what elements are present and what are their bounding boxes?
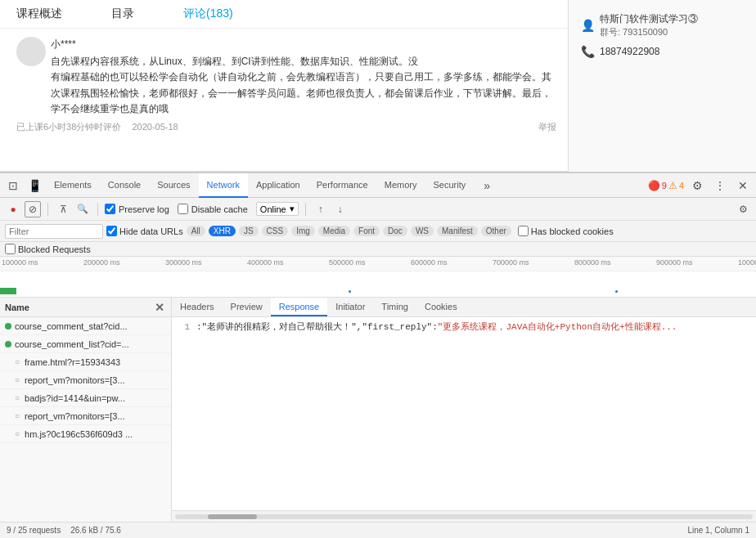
disable-cache-label[interactable]: Disable cache [178, 204, 248, 214]
item-icon-1 [5, 341, 11, 347]
request-count: 9 / 25 requests [7, 526, 61, 535]
filter-all[interactable]: All [187, 226, 205, 236]
tick-9: 1000000 ms [736, 258, 756, 271]
hide-data-urls-label[interactable]: Hide data URLs [106, 226, 183, 236]
item-circle-6: ○ [15, 429, 20, 438]
tab-cookies[interactable]: Cookies [416, 298, 466, 316]
blocked-requests-label[interactable]: Blocked Requests [5, 244, 91, 254]
has-blocked-cookies-checkbox[interactable] [518, 226, 529, 236]
network-item-1[interactable]: course_comment_list?cid=... [0, 335, 171, 353]
network-item-2[interactable]: ○ frame.html?r=15934343 [0, 353, 171, 371]
close-panel-button[interactable]: ✕ [153, 301, 166, 314]
tick-7: 800000 ms [573, 258, 655, 271]
response-part1: :"老师讲的很精彩，对自己帮助很大！","first_reply": [196, 321, 438, 334]
inspect-icon[interactable]: ⊡ [3, 176, 23, 195]
group-id: 群号: 793150090 [600, 26, 698, 38]
settings-icon[interactable]: ⚙ [687, 176, 707, 195]
tab-elements[interactable]: Elements [46, 173, 100, 198]
filter-icon[interactable]: ⊼ [55, 201, 71, 217]
filter-xhr[interactable]: XHR [209, 226, 236, 236]
more-tabs-icon[interactable]: » [477, 176, 497, 195]
time-studied: 已上课6小时38分钟时评价 [16, 122, 121, 132]
item-name-2: frame.html?r=15934343 [25, 357, 120, 367]
tab-preview[interactable]: Preview [223, 298, 271, 316]
network-settings-icon[interactable]: ⚙ [735, 201, 751, 217]
has-blocked-cookies-label[interactable]: Has blocked cookies [518, 226, 614, 236]
hide-data-urls-checkbox[interactable] [106, 226, 117, 236]
disable-cache-checkbox[interactable] [178, 204, 188, 214]
filter-manifest[interactable]: Manifest [437, 226, 478, 236]
filter-font[interactable]: Font [353, 226, 380, 236]
close-devtools-icon[interactable]: ✕ [733, 176, 753, 195]
website-area: 课程概述 目录 评论(183) + 免 ▲ 小**** 自先课程内容很系统，从L… [0, 0, 756, 172]
network-item-0[interactable]: course_comment_stat?cid... [0, 317, 171, 335]
date: 2020-05-18 [132, 122, 178, 132]
filter-bar: Hide data URLs All XHR JS CSS Img Media … [0, 221, 756, 242]
tick-2: 300000 ms [164, 258, 245, 271]
scroll-thumb[interactable] [208, 514, 257, 519]
tab-application[interactable]: Application [248, 173, 308, 198]
response-key: "更多系统课程，JAVA自动化+Python自动化+性能课程... [438, 321, 677, 334]
nav-item-comments[interactable]: 评论(183) [183, 7, 233, 21]
separator-3 [305, 203, 306, 216]
transfer-size: 26.6 kB / 75.6 [70, 526, 121, 535]
username: 小**** [51, 37, 556, 52]
network-throttle-select[interactable]: Online ▾ [256, 202, 299, 216]
import-button[interactable]: ↑ [313, 201, 329, 217]
filter-js[interactable]: JS [239, 226, 259, 236]
line-number: 1 [177, 321, 190, 334]
nav-item-catalog[interactable]: 目录 [111, 7, 134, 21]
separator-1 [47, 203, 48, 216]
timeline-dot-2 [615, 290, 618, 293]
filter-ws[interactable]: WS [411, 226, 434, 236]
filter-img[interactable]: Img [291, 226, 315, 236]
tab-memory[interactable]: Memory [376, 173, 425, 198]
preserve-log-label[interactable]: Preserve log [105, 204, 169, 214]
export-button[interactable]: ↓ [332, 201, 349, 217]
tab-response[interactable]: Response [271, 298, 328, 316]
scroll-track[interactable] [175, 514, 753, 519]
sidebar-phone: 📞 18874922908 [581, 45, 744, 58]
device-icon[interactable]: 📱 [25, 176, 44, 195]
tab-initiator[interactable]: Initiator [327, 298, 373, 316]
right-sidebar: 👤 特斯门软件测试学习③ 群号: 793150090 📞 18874922908 [568, 0, 756, 172]
filter-media[interactable]: Media [318, 226, 350, 236]
blocked-requests-row: Blocked Requests [0, 242, 756, 257]
blocked-requests-checkbox[interactable] [5, 244, 16, 254]
filter-css[interactable]: CSS [262, 226, 289, 236]
status-bar: 9 / 25 requests 26.6 kB / 75.6 Line 1, C… [0, 522, 756, 538]
network-toolbar: ● ⊘ ⊼ 🔍 Preserve log Disable cache Onlin… [0, 198, 756, 221]
timeline-ruler: 100000 ms 200000 ms 300000 ms 400000 ms … [0, 257, 756, 271]
response-panel: Headers Preview Response Initiator Timin… [172, 298, 756, 522]
item-circle-3: ○ [15, 375, 20, 384]
tick-8: 900000 ms [655, 258, 736, 271]
nav-item-overview[interactable]: 课程概述 [16, 7, 62, 21]
timeline-area: 100000 ms 200000 ms 300000 ms 400000 ms … [0, 257, 756, 298]
tab-sources[interactable]: Sources [149, 173, 198, 198]
tab-headers[interactable]: Headers [172, 298, 223, 316]
main-panel: Name ✕ course_comment_stat?cid... course… [0, 298, 756, 522]
stop-button[interactable]: ⊘ [25, 201, 41, 217]
tick-5: 600000 ms [409, 258, 491, 271]
preserve-log-checkbox[interactable] [105, 204, 115, 214]
tick-0: 100000 ms [0, 258, 82, 271]
network-item-5[interactable]: ○ report_vm?monitors=[3... [0, 407, 171, 425]
search-icon[interactable]: 🔍 [74, 201, 91, 217]
tab-console[interactable]: Console [100, 173, 149, 198]
tab-timing[interactable]: Timing [373, 298, 416, 316]
more-options-icon[interactable]: ⋮ [710, 176, 730, 195]
filter-doc[interactable]: Doc [383, 226, 407, 236]
item-circle-2: ○ [15, 357, 20, 366]
network-item-4[interactable]: ○ badjs?id=1414&uin=pw... [0, 389, 171, 407]
tab-network[interactable]: Network [199, 173, 248, 198]
sidebar-group: 👤 特斯门软件测试学习③ 群号: 793150090 [581, 12, 744, 38]
scroll-area[interactable] [172, 510, 756, 522]
network-item-6[interactable]: ○ hm.js?0c196c536f609d3 ... [0, 425, 171, 443]
tab-security[interactable]: Security [425, 173, 474, 198]
filter-other[interactable]: Other [481, 226, 511, 236]
network-item-3[interactable]: ○ report_vm?monitors=[3... [0, 371, 171, 389]
report-link[interactable]: 举报 [538, 120, 556, 135]
tab-performance[interactable]: Performance [308, 173, 376, 198]
record-button[interactable]: ● [5, 201, 21, 217]
filter-input[interactable] [5, 224, 103, 239]
